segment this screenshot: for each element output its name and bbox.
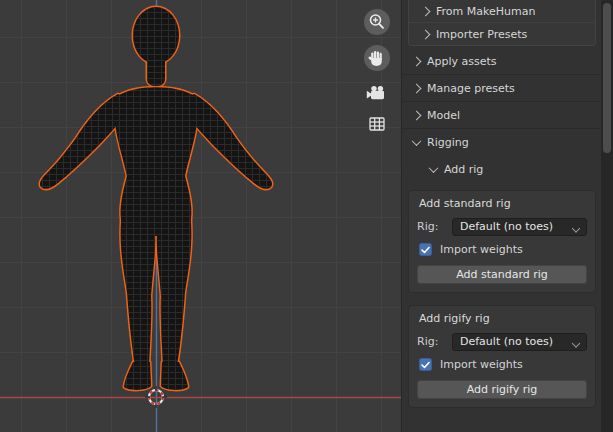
panel-header-rigging[interactable]: Rigging	[402, 129, 601, 156]
chevron-down-icon	[429, 163, 439, 173]
viewport-nav-gizmos	[363, 8, 391, 140]
rig-label: Rig:	[417, 335, 452, 348]
zoom-button[interactable]	[363, 8, 391, 36]
import-weights-row[interactable]: Import weights	[419, 243, 587, 256]
grid-view-button[interactable]	[363, 110, 391, 136]
camera-icon	[363, 80, 391, 108]
zoom-icon	[363, 8, 391, 36]
chevron-right-icon	[421, 29, 431, 39]
panel-scrollbar[interactable]	[601, 0, 613, 432]
rig-select-value: Default (no toes)	[460, 335, 553, 348]
panel-header-importer-presets[interactable]: Importer Presets	[409, 23, 595, 45]
checkmark-icon	[421, 246, 430, 254]
box-title: Add rigify rig	[417, 310, 587, 332]
rig-select-value: Default (no toes)	[460, 220, 553, 233]
human-figure-mesh[interactable]	[0, 0, 401, 432]
scrollbar-thumb[interactable]	[603, 3, 611, 153]
panel-header-label: Model	[427, 109, 460, 122]
add-rigify-rig-box: Add rigify rig Rig: Default (no toes) Im…	[408, 305, 596, 408]
sidebar-panel: From MakeHuman Importer Presets Apply as…	[401, 0, 601, 432]
grid-icon	[363, 110, 391, 138]
chevron-right-icon	[421, 6, 431, 16]
panel-header-label: Importer Presets	[436, 28, 527, 41]
panel-header-label: Rigging	[427, 136, 469, 149]
add-rigify-rig-button[interactable]: Add rigify rig	[417, 380, 587, 399]
checkmark-icon	[421, 361, 430, 369]
import-weights-row[interactable]: Import weights	[419, 358, 587, 371]
hand-icon	[363, 44, 391, 72]
panel-header-label: Apply assets	[427, 55, 497, 68]
parent-panel-tail: From MakeHuman Importer Presets	[408, 0, 596, 46]
panel-header-from-makehuman[interactable]: From MakeHuman	[409, 0, 595, 23]
panel-header-add-rig[interactable]: Add rig	[402, 156, 601, 182]
panel-header-label: Add rig	[444, 163, 483, 176]
import-weights-label: Import weights	[440, 243, 523, 256]
panel-header-label: From MakeHuman	[436, 5, 535, 18]
box-title: Add standard rig	[417, 195, 587, 217]
panel-header-label: Manage presets	[427, 82, 515, 95]
chevron-right-icon	[412, 56, 422, 66]
rig-label: Rig:	[417, 220, 452, 233]
mesh-wireframe	[30, 0, 285, 400]
import-weights-checkbox[interactable]	[419, 358, 432, 371]
rig-property-row: Rig: Default (no toes)	[417, 332, 587, 351]
chevron-down-icon	[572, 224, 580, 232]
3d-viewport[interactable]	[0, 0, 401, 432]
panel-header-manage-presets[interactable]: Manage presets	[402, 75, 601, 102]
add-standard-rig-button[interactable]: Add standard rig	[417, 265, 587, 284]
chevron-down-icon	[572, 339, 580, 347]
pan-button[interactable]	[363, 44, 391, 72]
rig-property-row: Rig: Default (no toes)	[417, 217, 587, 236]
import-weights-checkbox[interactable]	[419, 243, 432, 256]
rig-select[interactable]: Default (no toes)	[452, 218, 587, 236]
rig-select[interactable]: Default (no toes)	[452, 333, 587, 351]
chevron-right-icon	[412, 83, 422, 93]
add-standard-rig-box: Add standard rig Rig: Default (no toes) …	[408, 190, 596, 293]
camera-view-button[interactable]	[363, 80, 391, 106]
panel-header-apply-assets[interactable]: Apply assets	[402, 48, 601, 75]
chevron-down-icon	[412, 136, 422, 146]
chevron-right-icon	[412, 110, 422, 120]
panel-header-model[interactable]: Model	[402, 102, 601, 129]
import-weights-label: Import weights	[440, 358, 523, 371]
